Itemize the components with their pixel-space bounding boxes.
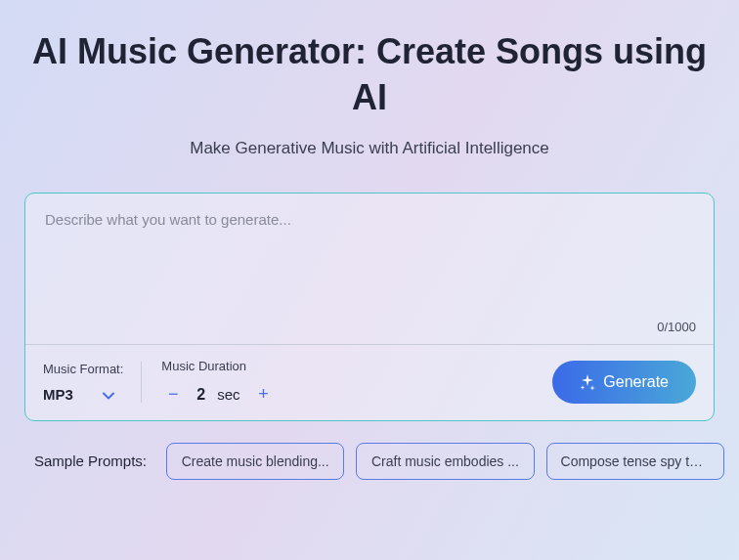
page-title: AI Music Generator: Create Songs using A… xyxy=(24,29,715,121)
controls-row: Music Format: MP3 Music Duration − 2 sec… xyxy=(25,345,714,420)
format-value: MP3 xyxy=(43,386,73,403)
sample-prompts-row: Sample Prompts: Create music blending...… xyxy=(24,443,715,480)
duration-decrease-button[interactable]: − xyxy=(161,383,185,407)
sample-prompt-chip[interactable]: Craft music embodies ... xyxy=(356,443,534,480)
sample-prompts-label: Sample Prompts: xyxy=(34,452,147,469)
format-label: Music Format: xyxy=(43,362,123,376)
sample-prompt-chip[interactable]: Compose tense spy thr... xyxy=(546,443,724,480)
duration-value: 2 xyxy=(196,386,205,404)
generate-button[interactable]: Generate xyxy=(552,361,696,404)
prompt-input-wrap: 0/1000 xyxy=(25,194,714,345)
sample-prompt-chip[interactable]: Create music blending... xyxy=(166,443,344,480)
duration-label: Music Duration xyxy=(161,359,275,373)
generate-button-label: Generate xyxy=(603,373,669,391)
duration-group: Music Duration − 2 sec + xyxy=(161,359,275,407)
prompt-input[interactable] xyxy=(25,194,714,340)
duration-increase-button[interactable]: + xyxy=(252,383,276,407)
chevron-down-icon xyxy=(103,386,114,403)
page-subtitle: Make Generative Music with Artificial In… xyxy=(24,139,715,158)
sparkle-icon xyxy=(580,374,595,390)
char-counter: 0/1000 xyxy=(657,320,696,334)
duration-stepper: − 2 sec + xyxy=(161,383,275,407)
format-group: Music Format: MP3 xyxy=(43,362,142,403)
duration-unit: sec xyxy=(217,386,239,403)
generator-panel: 0/1000 Music Format: MP3 Music Duration … xyxy=(24,193,715,421)
sample-prompts-list: Create music blending... Craft music emb… xyxy=(166,443,724,480)
format-select[interactable]: MP3 xyxy=(43,386,123,403)
